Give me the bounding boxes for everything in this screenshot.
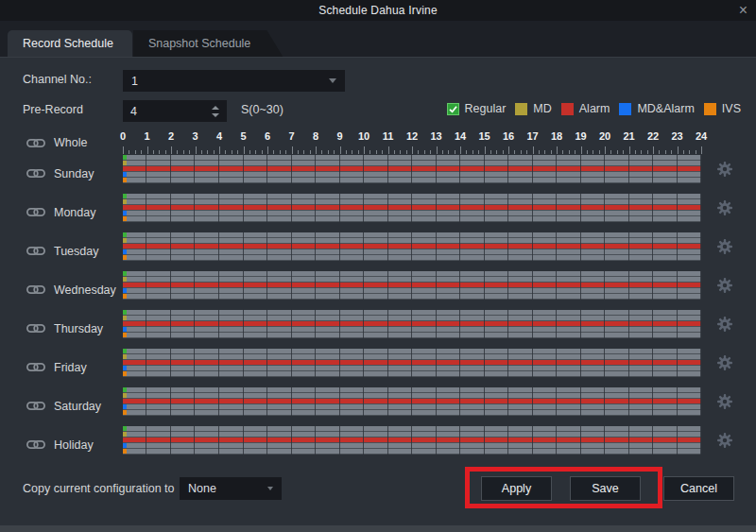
hour-label: 24	[696, 130, 707, 142]
legend-item-alarm[interactable]: Alarm	[561, 102, 610, 115]
schedule-segment	[123, 366, 127, 370]
gear-icon[interactable]	[717, 355, 732, 370]
gear-icon[interactable]	[717, 278, 732, 293]
channel-label: Channel No.:	[23, 73, 92, 86]
schedule-segment	[123, 399, 701, 403]
schedule-segment	[123, 360, 701, 365]
schedule-timeline-bar[interactable]	[123, 310, 701, 338]
color-swatch[interactable]	[619, 103, 631, 115]
gear-icon[interactable]	[717, 200, 732, 215]
schedule-segment	[123, 211, 127, 215]
legend-item-md-alarm[interactable]: MD&Alarm	[619, 102, 694, 115]
spin-up-icon[interactable]	[212, 106, 219, 110]
schedule-segment	[123, 255, 127, 260]
window-title: Schedule Dahua Irvine	[318, 4, 438, 17]
schedule-segment	[123, 277, 127, 282]
schedule-segment	[123, 249, 127, 254]
hour-label: 2	[168, 130, 174, 142]
schedule-segment	[123, 443, 127, 448]
legend-label: Regular	[465, 102, 507, 115]
track-ivs	[123, 410, 701, 416]
legend-item-md[interactable]: MD	[515, 102, 551, 115]
day-label: Monday	[54, 206, 95, 219]
color-swatch[interactable]	[515, 103, 527, 115]
legend-item-regular[interactable]: Regular	[447, 102, 507, 115]
schedule-timeline-bar[interactable]	[123, 349, 701, 377]
schedule-segment	[123, 438, 701, 442]
copy-config-value: None	[188, 482, 216, 495]
schedule-timeline-bar[interactable]	[123, 194, 701, 222]
day-label: Wednesday	[54, 283, 116, 297]
track-ivs	[123, 294, 701, 300]
prerecord-unit: S(0~30)	[241, 103, 284, 116]
link-icon[interactable]	[26, 323, 45, 334]
schedule-timeline-bar[interactable]	[123, 271, 701, 300]
schedule-day-row-tuesday: Tuesday	[0, 232, 756, 270]
color-swatch[interactable]	[561, 103, 574, 115]
gear-icon[interactable]	[717, 433, 732, 448]
link-icon[interactable]	[26, 168, 45, 179]
window-bottom-edge	[0, 525, 756, 532]
link-icon[interactable]	[26, 439, 45, 450]
schedule-day-row-monday: Monday	[0, 193, 756, 232]
track-ivs	[123, 216, 701, 222]
schedule-timeline-bar[interactable]	[123, 387, 701, 416]
gear-icon[interactable]	[717, 239, 732, 254]
schedule-segment	[123, 426, 127, 431]
prerecord-input[interactable]: 4	[123, 100, 227, 122]
link-icon[interactable]	[26, 401, 45, 411]
schedule-segment	[123, 349, 127, 353]
hour-label: 17	[526, 130, 538, 142]
schedule-segment	[123, 178, 127, 182]
schedule-day-row-friday: Friday	[0, 348, 756, 386]
hour-label: 1	[144, 130, 149, 142]
link-icon[interactable]	[26, 207, 45, 217]
track-ivs	[123, 178, 701, 183]
hour-label: 21	[623, 130, 634, 142]
legend-label: IVS	[722, 102, 741, 115]
track-ivs	[123, 371, 701, 377]
schedule-segment	[123, 432, 127, 437]
legend: RegularMDAlarmMD&AlarmIVS	[447, 102, 741, 115]
schedule-day-row-holiday: Holiday	[0, 425, 756, 464]
schedule-segment	[123, 199, 127, 204]
link-icon[interactable]	[26, 362, 45, 372]
schedule-timeline-bar[interactable]	[123, 426, 701, 455]
channel-select[interactable]: 1	[123, 70, 345, 92]
tab-record-schedule[interactable]: Record Schedule	[8, 30, 132, 57]
hour-label: 20	[599, 130, 610, 142]
color-swatch[interactable]	[704, 103, 716, 115]
legend-item-ivs[interactable]: IVS	[704, 102, 741, 115]
schedule-segment	[123, 172, 127, 177]
cancel-button[interactable]: Cancel	[663, 476, 734, 501]
spinner-arrows	[212, 106, 219, 117]
link-icon[interactable]	[26, 284, 45, 295]
spin-down-icon[interactable]	[212, 113, 219, 117]
prerecord-label: Pre-Record	[23, 103, 83, 116]
legend-label: Alarm	[579, 102, 610, 115]
schedule-timeline-bar[interactable]	[123, 232, 701, 261]
gear-icon[interactable]	[717, 394, 732, 409]
schedule-segment	[123, 288, 127, 293]
schedule-segment	[123, 327, 127, 332]
schedule-segment	[123, 449, 127, 454]
schedule-segment	[123, 371, 127, 376]
schedule-timeline-bar[interactable]	[123, 155, 701, 183]
track-ivs	[123, 255, 701, 261]
schedule-segment	[123, 393, 127, 398]
copy-config-select[interactable]: None	[180, 477, 282, 500]
gear-icon[interactable]	[717, 317, 732, 332]
checkbox-checked-icon[interactable]	[447, 103, 459, 115]
tab-snapshot-schedule[interactable]: Snapshot Schedule	[133, 30, 283, 57]
save-button-label: Save	[592, 482, 619, 495]
hour-label: 13	[430, 130, 441, 142]
link-icon[interactable]	[26, 138, 45, 148]
schedule-segment	[123, 205, 701, 210]
schedule-segment	[123, 244, 701, 249]
link-icon[interactable]	[26, 246, 45, 256]
schedule-segment	[123, 216, 127, 221]
save-button[interactable]: Save	[570, 476, 641, 501]
gear-icon[interactable]	[717, 162, 732, 177]
close-icon[interactable]: ×	[739, 0, 747, 21]
apply-button[interactable]: Apply	[481, 476, 552, 501]
